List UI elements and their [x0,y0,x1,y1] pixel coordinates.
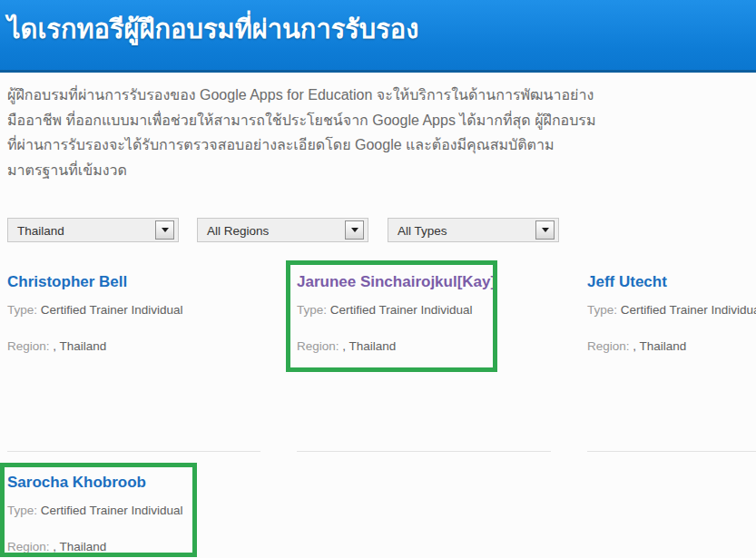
trainer-type-row: Type: Certified Trainer Individual [587,303,756,318]
country-dropdown-button[interactable] [155,220,174,240]
page-title: ไดเรกทอรีผู้ฝึกอบรมที่ผ่านการรับรอง [0,0,756,50]
trainer-card: Christopher Bell Type: Certified Trainer… [7,273,263,354]
trainer-name-link[interactable]: Sarocha Khobroob [7,474,146,491]
region-label: Region: [7,540,50,553]
trainer-name-link[interactable]: Christopher Bell [7,273,127,290]
trainer-region-row: Region: , Thailand [7,339,263,354]
type-dropdown-button[interactable] [535,220,555,240]
trainer-card: Sarocha Khobroob Type: Certified Trainer… [7,474,263,554]
trainer-name-link[interactable]: Jarunee Sinchairojkul[Kay] [297,273,496,290]
region-value: , Thailand [53,540,106,553]
type-filter-select[interactable]: All Types [388,218,559,242]
type-label: Type: [587,303,617,317]
region-filter-value: All Regions [207,223,269,237]
type-label: Type: [7,504,37,517]
chevron-down-icon [351,228,358,232]
page-header: ไดเรกทอรีผู้ฝึกอบรมที่ผ่านการรับรอง [0,0,756,73]
type-label: Type: [297,303,327,317]
country-filter-select[interactable]: Thailand [7,218,179,242]
column-divider [7,451,260,452]
country-filter-value: Thailand [17,223,64,237]
trainer-type-row: Type: Certified Trainer Individual [7,504,263,518]
trainer-region-row: Region: , Thailand [587,339,756,354]
trainer-card: Jeff Utecht Type: Certified Trainer Indi… [587,273,756,354]
trainer-region-row: Region: , Thailand [297,339,553,354]
type-label: Type: [7,303,37,317]
region-value: , Thailand [633,339,686,353]
certified-trainer-directory-page: ไดเรกทอรีผู้ฝึกอบรมที่ผ่านการรับรอง ผู้ฝ… [0,0,756,558]
region-filter-select[interactable]: All Regions [197,218,368,242]
type-value: Certified Trainer Individual [41,504,183,517]
region-label: Region: [587,339,630,353]
trainer-type-row: Type: Certified Trainer Individual [7,303,263,318]
intro-paragraph: ผู้ฝึกอบรมที่ผ่านการรับรองของ Google App… [7,83,604,182]
trainer-type-row: Type: Certified Trainer Individual [297,303,553,318]
column-divider [587,451,756,452]
chevron-down-icon [542,228,549,232]
type-value: Certified Trainer Individual [330,303,473,317]
trainer-region-row: Region: , Thailand [7,540,263,554]
chevron-down-icon [162,228,169,232]
region-label: Region: [7,339,50,353]
region-value: , Thailand [342,339,396,353]
region-label: Region: [297,339,339,353]
type-filter-value: All Types [398,223,447,237]
region-value: , Thailand [53,339,106,353]
type-value: Certified Trainer Individual [621,303,756,317]
trainer-name-link[interactable]: Jeff Utecht [587,273,667,290]
region-dropdown-button[interactable] [345,220,364,240]
trainer-card: Jarunee Sinchairojkul[Kay] Type: Certifi… [297,273,553,354]
type-value: Certified Trainer Individual [41,303,183,317]
column-divider [297,451,551,452]
